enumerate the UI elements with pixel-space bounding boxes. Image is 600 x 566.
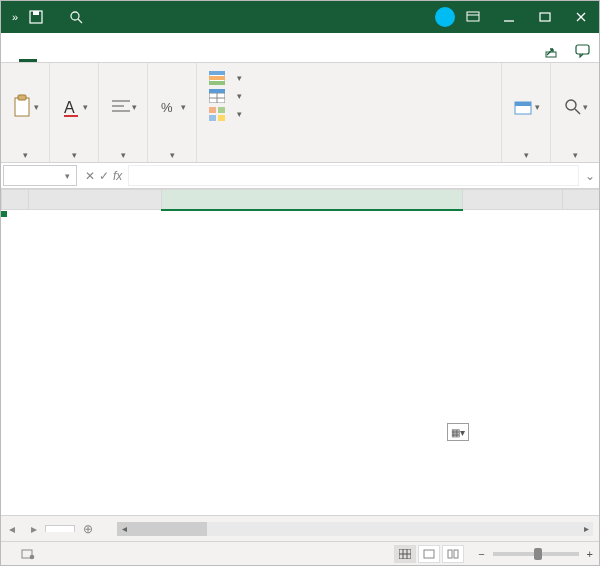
zoom-in-icon[interactable]: + [587, 548, 593, 560]
name-box[interactable]: ▾ [3, 165, 77, 186]
ribbon-display-options-icon[interactable] [455, 1, 491, 33]
svg-rect-13 [18, 95, 26, 100]
new-sheet-button[interactable]: ⊕ [75, 522, 101, 536]
search-icon[interactable] [69, 10, 97, 24]
group-label-styles [203, 158, 495, 160]
svg-rect-22 [209, 76, 225, 80]
group-label-font [72, 146, 77, 160]
group-cells [502, 63, 551, 162]
sheet-tab-bar: ◂ ▸ ⊕ ◂ ▸ [1, 515, 599, 541]
view-page-break-icon[interactable] [442, 545, 464, 563]
cell-styles-button[interactable] [209, 107, 489, 121]
svg-rect-4 [467, 12, 479, 21]
svg-rect-21 [209, 71, 225, 75]
svg-text:%: % [161, 100, 173, 115]
svg-rect-28 [209, 89, 225, 93]
alignment-controls[interactable] [105, 81, 141, 133]
group-label-number [170, 146, 175, 160]
tab-file[interactable] [1, 50, 19, 62]
tab-page-layout[interactable] [55, 50, 73, 62]
maximize-icon[interactable] [527, 1, 563, 33]
scroll-right-icon[interactable]: ▸ [579, 523, 593, 534]
formula-bar: ▾ ✕ ✓ fx ⌄ [1, 163, 599, 189]
svg-rect-11 [576, 45, 589, 54]
svg-rect-15 [64, 115, 78, 117]
svg-text:A: A [64, 99, 75, 116]
select-all-corner[interactable] [2, 190, 29, 210]
sheet-nav-next-icon[interactable]: ▸ [23, 522, 45, 536]
group-font: A [50, 63, 99, 162]
macro-record-icon[interactable] [21, 548, 35, 560]
col-header-B[interactable] [161, 190, 462, 210]
group-styles [197, 63, 502, 162]
svg-point-38 [30, 554, 35, 559]
share-icon[interactable] [537, 40, 567, 62]
format-as-table-icon [209, 89, 225, 103]
svg-rect-45 [454, 550, 458, 558]
zoom-out-icon[interactable]: − [478, 548, 484, 560]
cells-button[interactable] [508, 81, 544, 133]
view-page-layout-icon[interactable] [418, 545, 440, 563]
tab-developer[interactable] [145, 50, 163, 62]
chevron-down-icon: ▾ [65, 171, 70, 181]
status-bar: − + [1, 541, 599, 565]
col-header-D[interactable] [562, 190, 599, 210]
tab-insert[interactable] [37, 50, 55, 62]
col-header-A[interactable] [29, 190, 162, 210]
expand-formula-bar-icon[interactable]: ⌄ [581, 163, 599, 188]
ribbon: A % [1, 63, 599, 163]
group-editing [551, 63, 599, 162]
tab-data[interactable] [91, 50, 109, 62]
svg-rect-29 [209, 107, 216, 113]
svg-rect-30 [218, 107, 225, 113]
formula-buttons: ✕ ✓ fx [79, 163, 128, 188]
autofill-options-button[interactable]: ▦▾ [447, 423, 469, 441]
svg-line-36 [575, 109, 580, 114]
format-as-table-button[interactable] [209, 89, 489, 103]
worksheet-grid[interactable]: ▦▾ [1, 189, 599, 515]
group-alignment [99, 63, 148, 162]
svg-point-35 [566, 100, 576, 110]
group-label-alignment [121, 146, 126, 160]
editing-button[interactable] [557, 81, 593, 133]
tab-view[interactable] [127, 50, 145, 62]
svg-rect-44 [448, 550, 452, 558]
col-header-C[interactable] [463, 190, 563, 210]
number-format[interactable]: % [154, 81, 190, 133]
sheet-tab[interactable] [45, 525, 75, 532]
paste-button[interactable] [7, 81, 43, 133]
fx-icon[interactable]: fx [113, 169, 122, 183]
svg-rect-43 [424, 550, 434, 558]
view-normal-icon[interactable] [394, 545, 416, 563]
group-label-cells [524, 146, 529, 160]
enter-formula-icon[interactable]: ✓ [99, 169, 109, 183]
save-icon[interactable] [29, 10, 53, 24]
tab-review[interactable] [109, 50, 127, 62]
svg-rect-1 [33, 11, 39, 15]
svg-rect-12 [15, 98, 29, 116]
tab-home[interactable] [19, 50, 37, 62]
formula-input[interactable] [128, 165, 579, 186]
minimize-icon[interactable] [491, 1, 527, 33]
group-clipboard [1, 63, 50, 162]
scroll-left-icon[interactable]: ◂ [117, 523, 131, 534]
fill-handle[interactable] [1, 211, 7, 217]
close-icon[interactable] [563, 1, 599, 33]
svg-rect-34 [515, 102, 531, 106]
cell-styles-icon [209, 107, 225, 121]
tab-help[interactable] [163, 50, 181, 62]
zoom-slider[interactable] [493, 552, 579, 556]
svg-rect-23 [209, 81, 225, 85]
group-label-clipboard [23, 146, 28, 160]
font-controls[interactable]: A [56, 81, 92, 133]
tab-formulas[interactable] [73, 50, 91, 62]
svg-line-3 [78, 19, 82, 23]
conditional-formatting-button[interactable] [209, 71, 489, 85]
cancel-formula-icon[interactable]: ✕ [85, 169, 95, 183]
comments-icon[interactable] [567, 40, 599, 62]
quickaccess-more-icon[interactable]: » [1, 11, 29, 23]
avatar[interactable] [435, 7, 455, 27]
horizontal-scrollbar[interactable]: ◂ ▸ [117, 522, 593, 536]
svg-rect-32 [218, 115, 225, 121]
sheet-nav-prev-icon[interactable]: ◂ [1, 522, 23, 536]
